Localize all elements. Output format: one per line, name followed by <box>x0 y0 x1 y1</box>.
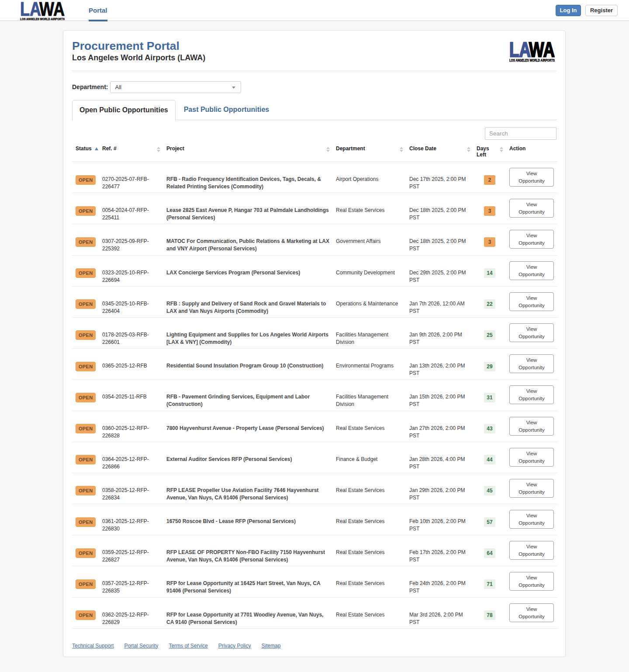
svg-text:WA: WA <box>39 1 65 20</box>
svg-text:LA: LA <box>20 1 41 20</box>
svg-text:LOS ANGELES WORLD AIRPORTS: LOS ANGELES WORLD AIRPORTS <box>509 58 555 62</box>
svg-text:LOS ANGELES WORLD AIRPORTS: LOS ANGELES WORLD AIRPORTS <box>20 17 65 21</box>
